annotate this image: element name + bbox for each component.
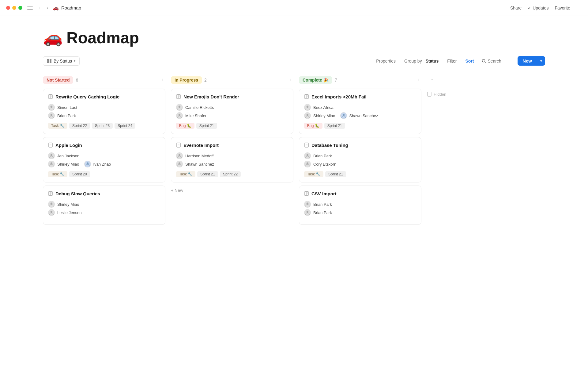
card-title-text: CSV Import [311, 191, 337, 197]
card-tags: Bug 🐛Sprint 21 [176, 123, 288, 129]
svg-rect-2 [47, 61, 49, 63]
svg-point-57 [342, 114, 344, 116]
more-options-button[interactable]: ··· [576, 5, 582, 11]
col-add-in-progress[interactable]: + [288, 77, 293, 83]
updates-label: Updates [533, 6, 548, 10]
card-tags: Task 🔧Sprint 21Sprint 22 [176, 171, 288, 177]
card-complete-0[interactable]: Excel Imports >20Mb Fail Beez Africa Shi… [299, 89, 421, 134]
tag-task: Task 🔧 [48, 171, 67, 177]
avatar [304, 152, 311, 159]
avatar [48, 152, 55, 159]
sprint-tag: Sprint 20 [69, 171, 90, 177]
sort-button[interactable]: Sort [462, 57, 477, 65]
minimize-button[interactable] [12, 6, 16, 10]
title-bar-left: ← → 🚗 Roadmap [6, 5, 81, 11]
avatar [48, 209, 55, 216]
group-by-button[interactable]: Group by Status [401, 57, 442, 65]
avatar [304, 112, 311, 119]
assignee-name: Shirley Miao [57, 202, 79, 207]
chevron-down-icon: ▾ [74, 59, 76, 63]
avatar [176, 152, 183, 159]
svg-point-31 [51, 211, 52, 213]
card-complete-2[interactable]: CSV Import Brian Park Brian Park [299, 186, 421, 225]
svg-rect-1 [50, 59, 51, 61]
search-label: Search [488, 59, 501, 63]
svg-rect-3 [50, 61, 51, 63]
col-add-not-started[interactable]: + [160, 77, 165, 83]
col-more-in-progress[interactable]: ··· [279, 77, 285, 83]
sprint-tag: Sprint 22 [69, 123, 90, 129]
card-title-in-progress-1: Evernote Import [176, 142, 288, 149]
filter-button[interactable]: Filter [443, 57, 460, 65]
traffic-lights [6, 6, 22, 10]
column-in-progress: In Progress 2 ··· + New Emojis Don't Ren… [171, 75, 293, 228]
svg-point-23 [86, 163, 88, 164]
new-button[interactable]: New ▾ [518, 56, 545, 66]
properties-button[interactable]: Properties [372, 57, 399, 65]
forward-arrow[interactable]: → [44, 5, 49, 11]
card-tags: Bug 🐛Sprint 21 [304, 123, 416, 129]
card-not-started-1[interactable]: Apple Login Jen Jackson Shirley Miao Iva… [43, 137, 165, 182]
col-more-not-started[interactable]: ··· [151, 77, 157, 83]
maximize-button[interactable] [18, 6, 22, 10]
assignee-row: Simon Last [48, 104, 160, 111]
card-title-text: Rewrite Query Caching Logic [55, 94, 119, 100]
avatar [340, 112, 347, 119]
assignee-name: Beez Africa [313, 105, 334, 110]
new-card-button-in-progress[interactable]: + New [171, 186, 293, 195]
card-complete-1[interactable]: Database Tuning Brian Park Cory EtzkornT… [299, 137, 421, 182]
svg-point-71 [307, 203, 308, 205]
menu-icon[interactable] [26, 5, 34, 11]
back-arrow[interactable]: ← [38, 5, 43, 11]
col-count-in-progress: 2 [204, 78, 207, 82]
title-bar-right: Share ✓ Updates Favorite ··· [510, 5, 582, 11]
card-tags: Task 🔧Sprint 20 [48, 171, 160, 177]
svg-point-21 [51, 163, 52, 164]
sprint-tag: Sprint 21 [324, 123, 345, 129]
assignee-name: Cory Etzkorn [313, 162, 336, 167]
svg-point-37 [179, 106, 180, 108]
hidden-label: Hidden [434, 92, 446, 97]
hidden-col-more[interactable]: ··· [429, 76, 436, 83]
assignee-row: Brian Park [304, 201, 416, 208]
card-title-complete-2: CSV Import [304, 191, 416, 197]
page-main-title: 🚗 Roadmap [43, 28, 545, 47]
favorite-button[interactable]: Favorite [555, 6, 570, 10]
col-more-complete[interactable]: ··· [407, 77, 413, 83]
col-add-complete[interactable]: + [416, 77, 421, 83]
updates-button[interactable]: ✓ Updates [528, 6, 548, 10]
column-complete: Complete 🎉 7 ··· + Excel Imports >20Mb F… [299, 75, 421, 228]
column-header-complete: Complete 🎉 7 ··· + [299, 75, 421, 85]
close-button[interactable] [6, 6, 10, 10]
avatar [304, 161, 311, 167]
share-button[interactable]: Share [510, 6, 522, 10]
avatar [48, 112, 55, 119]
assignee-row: Brian Park [304, 152, 416, 159]
card-in-progress-1[interactable]: Evernote Import Harrison Medoff Shawn Sa… [171, 137, 293, 182]
page-header: 🚗 Roadmap [0, 16, 588, 53]
hidden-col-actions: ··· [429, 76, 436, 83]
doc-icon [304, 191, 309, 197]
doc-icon [176, 94, 181, 100]
sprint-tag: Sprint 21 [197, 171, 218, 177]
assignee-name: Brian Park [313, 202, 332, 207]
assignee-row: Shawn Sanchez [176, 161, 288, 167]
card-not-started-2[interactable]: Debug Slow Queries Shirley Miao Leslie J… [43, 186, 165, 225]
page-title-label: Roadmap [61, 5, 81, 10]
card-not-started-0[interactable]: Rewrite Query Caching Logic Simon Last B… [43, 89, 165, 134]
svg-point-63 [307, 154, 308, 156]
assignee-name: Shawn Sanchez [349, 113, 378, 118]
assignee-row: Cory Etzkorn [304, 161, 416, 167]
assignee-name: Mike Shafer [185, 113, 206, 118]
card-title-text: Database Tuning [311, 142, 348, 148]
by-status-button[interactable]: By Status ▾ [43, 56, 80, 66]
page-emoji: 🚗 [53, 5, 59, 11]
more-toolbar-button[interactable]: ··· [506, 56, 514, 66]
card-in-progress-0[interactable]: New Emojis Don't Render Camille Ricketts… [171, 89, 293, 134]
card-title-in-progress-0: New Emojis Don't Render [176, 94, 288, 100]
search-button[interactable]: Search [479, 57, 504, 65]
new-button-dropdown[interactable]: ▾ [537, 57, 545, 65]
doc-icon [304, 143, 309, 149]
hidden-column: ··· Hidden [427, 75, 446, 228]
assignee-row: Shirley Miao [48, 201, 160, 208]
